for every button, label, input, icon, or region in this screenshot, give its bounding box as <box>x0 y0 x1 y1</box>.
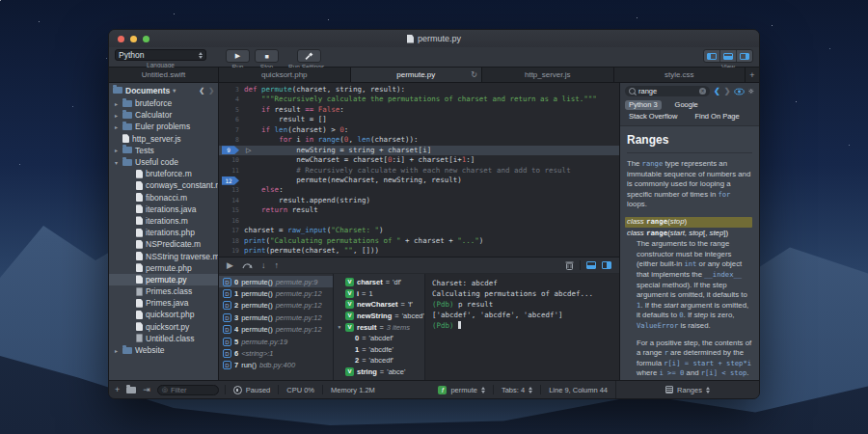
stack-frame-row[interactable]: D7run()bdb.py:400 <box>219 360 333 371</box>
code-line[interactable]: 9▷ newString = string + charset[i] <box>219 146 619 155</box>
reference-tab-stack-overflow[interactable]: Stack Overflow <box>625 112 681 122</box>
reference-search-field[interactable]: range ✕ <box>625 86 710 96</box>
eye-icon[interactable] <box>734 88 745 95</box>
new-tab-button[interactable]: + <box>746 68 759 82</box>
stack-frame-row[interactable]: D2permute()permute.py:12 <box>219 300 333 312</box>
tab-width-selector[interactable]: Tabs: 4 <box>494 386 540 394</box>
variable-row[interactable]: 1='abcdfe' <box>334 344 424 356</box>
view-bottom-toggle[interactable] <box>719 50 736 62</box>
gutter[interactable]: 7 <box>219 125 244 135</box>
tab-quicksort-php[interactable]: quicksort.php <box>219 68 351 82</box>
chevron-right-icon[interactable]: ▸ <box>113 112 120 119</box>
stack-frame-row[interactable]: D1permute()permute.py:12 <box>219 287 333 299</box>
code-line[interactable]: 14 result.append(string) <box>219 196 619 205</box>
view-sidebar-toggle[interactable] <box>704 50 719 62</box>
tab-style-css[interactable]: style.css <box>614 68 746 82</box>
gutter[interactable]: 12 <box>219 176 244 185</box>
tree-item[interactable]: permute.py <box>109 274 218 285</box>
view-right-toggle[interactable] <box>736 50 752 62</box>
tree-item[interactable]: bruteforce.m <box>109 168 218 179</box>
tree-item[interactable]: ▸Website <box>109 344 218 356</box>
stack-frame-row[interactable]: D6<string>:1 <box>219 347 333 359</box>
chevron-right-icon[interactable]: ▸ <box>113 100 120 107</box>
language-select[interactable]: Python <box>115 49 206 61</box>
gutter[interactable]: 5 <box>219 105 244 115</box>
variable-row[interactable]: VnewCharset='f' <box>334 299 424 311</box>
sidebar-header[interactable]: Documents ▾ ❮ ❯ <box>109 83 218 97</box>
step-over-button[interactable] <box>242 261 253 270</box>
tree-item[interactable]: iterations.m <box>109 215 218 227</box>
gutter[interactable]: 10 <box>219 155 244 165</box>
tree-item[interactable]: ▸Tests <box>109 145 218 156</box>
reference-selector[interactable]: Ranges <box>615 381 759 398</box>
gutter[interactable]: 18 <box>219 236 244 246</box>
tab-untitled-swift[interactable]: Untitled.swift <box>109 68 219 82</box>
forward-icon[interactable]: ❯ <box>208 87 214 95</box>
gutter[interactable]: 6 <box>219 115 244 124</box>
code-line[interactable]: 16 <box>219 216 619 226</box>
chevron-right-icon[interactable]: ▸ <box>113 347 120 354</box>
chevron-right-icon[interactable]: ▸ <box>113 147 120 153</box>
gutter[interactable]: 14 <box>219 196 244 205</box>
gutter[interactable]: 11 <box>219 166 244 176</box>
trash-icon[interactable] <box>565 260 574 270</box>
run-button[interactable]: ▶ <box>226 49 250 63</box>
variable-row[interactable]: Vi=1 <box>334 288 424 300</box>
step-out-button[interactable]: ↑ <box>274 261 279 270</box>
tree-item[interactable]: ▾Useful code <box>109 156 218 168</box>
title-bar[interactable]: permute.py <box>109 30 759 47</box>
code-line[interactable]: 5 if result == False: <box>219 105 619 115</box>
tree-item[interactable]: ▸Calculator <box>109 109 218 121</box>
tree-item[interactable]: http_server.js <box>109 133 218 145</box>
code-line[interactable]: 11 # Recursively calculate with each new… <box>219 166 619 176</box>
gutter[interactable]: 19 <box>219 246 244 256</box>
stop-button[interactable]: ■ <box>255 49 279 63</box>
variable-row[interactable]: 0='abcdef' <box>334 333 424 344</box>
add-icon[interactable]: + <box>115 385 120 394</box>
console-panel-toggle[interactable] <box>586 261 596 269</box>
reference-tab-google[interactable]: Google <box>671 100 702 110</box>
debug-console[interactable]: Charset: abcdefCalculating permutations … <box>425 274 619 380</box>
code-line[interactable]: 19print(permute(charset, "", [])) <box>219 246 619 256</box>
gutter[interactable]: 13 <box>219 185 244 195</box>
gutter[interactable]: 16 <box>219 216 244 226</box>
code-line[interactable]: 13 else: <box>219 185 619 195</box>
stack-frame-row[interactable]: D0permute()permute.py:9 <box>219 276 333 287</box>
stack-frame-row[interactable]: D4permute()permute.py:12 <box>219 324 333 336</box>
run-settings-button[interactable] <box>297 49 321 63</box>
continue-button[interactable]: ▶ <box>227 261 233 270</box>
filter-field[interactable]: ◎ Filter <box>157 385 219 395</box>
inspector-panel-toggle[interactable] <box>602 261 611 269</box>
tab-http_server-js[interactable]: http_server.js <box>482 68 614 82</box>
code-line[interactable]: 8 for i in range(0, len(charset)): <box>219 135 619 145</box>
import-icon[interactable]: ⇥ <box>143 385 150 394</box>
gutter[interactable]: 3 <box>219 85 244 95</box>
code-line[interactable]: 3def permute(charset, string, result): <box>219 85 619 95</box>
reference-tab-find-on-page[interactable]: Find On Page <box>691 112 743 122</box>
tree-item[interactable]: permute.php <box>109 262 218 274</box>
code-line[interactable]: 18print("Calculating permutations of " +… <box>219 236 619 246</box>
stack-frame-row[interactable]: D3permute()permute.py:12 <box>219 312 333 323</box>
variable-row[interactable]: VnewString='abced' <box>334 311 424 322</box>
breakpoint-badge[interactable]: 9 <box>222 146 239 154</box>
code-line[interactable]: 12 permute(newCharset, newString, result… <box>219 176 619 185</box>
tree-item[interactable]: Untitled.class <box>109 333 218 344</box>
tree-item[interactable]: iterations.java <box>109 203 218 215</box>
gutter[interactable]: 4 <box>219 95 244 104</box>
variable-row[interactable]: ▾Vresult=3 items <box>334 321 424 333</box>
breakpoint-badge[interactable]: 12 <box>222 176 239 185</box>
code-line[interactable]: 7 if len(charset) > 0: <box>219 125 619 135</box>
code-editor[interactable]: 3def permute(charset, string, result):4 … <box>219 83 619 257</box>
disclosure-triangle-icon[interactable]: ▾ <box>337 324 342 330</box>
reference-tab-python-3[interactable]: Python 3 <box>625 100 662 110</box>
tree-item[interactable]: fibonacci.m <box>109 192 218 203</box>
history-forward-icon[interactable]: ❯ <box>724 87 731 95</box>
function-selector[interactable]: f permute <box>430 386 493 394</box>
tree-item[interactable]: iterations.php <box>109 227 218 238</box>
stack-frame-row[interactable]: D5permute.py:19 <box>219 336 333 347</box>
gutter[interactable]: 17 <box>219 226 244 235</box>
chevron-right-icon[interactable]: ▸ <box>113 123 120 130</box>
tree-item[interactable]: NSPredicate.m <box>109 238 218 250</box>
gutter[interactable]: 8 <box>219 135 244 145</box>
gear-icon[interactable] <box>748 86 754 96</box>
